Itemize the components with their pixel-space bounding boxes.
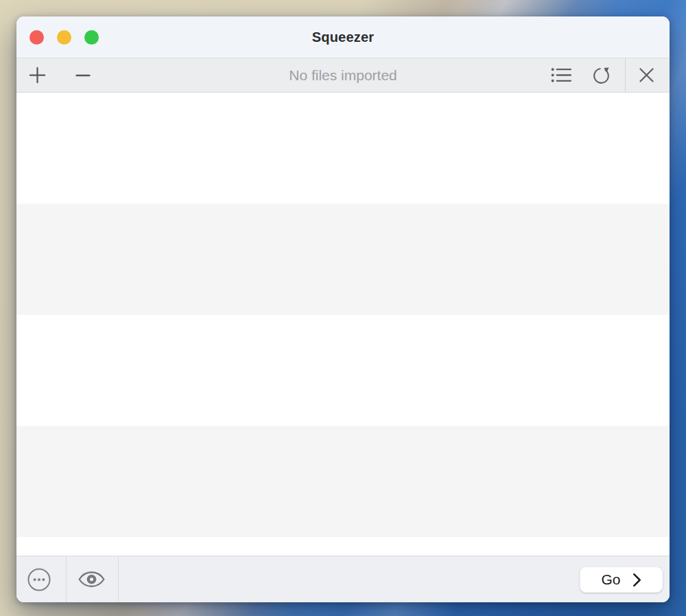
list-view-button[interactable] <box>546 58 576 92</box>
file-list-row-stripe <box>16 204 670 315</box>
file-list-row-stripe <box>16 93 670 204</box>
close-window-button[interactable] <box>29 30 44 45</box>
close-icon <box>637 66 656 84</box>
title-bar: Squeezer <box>16 16 670 58</box>
file-list <box>16 93 670 556</box>
plus-icon <box>28 66 47 84</box>
file-list-row-stripe <box>16 315 670 426</box>
window-title: Squeezer <box>312 29 375 45</box>
toolbar: No files imported <box>16 58 670 93</box>
go-button-label: Go <box>601 571 620 588</box>
ellipsis-circle-icon <box>27 567 51 592</box>
preview-button[interactable] <box>71 556 111 602</box>
minimize-window-button[interactable] <box>57 30 71 45</box>
options-button[interactable] <box>19 556 59 602</box>
toolbar-divider <box>625 58 626 92</box>
desktop-wallpaper: Squeezer No files imported <box>0 0 686 616</box>
refresh-icon <box>591 64 612 86</box>
file-list-row-stripe <box>16 426 670 537</box>
remove-files-button[interactable] <box>68 58 98 92</box>
add-files-button[interactable] <box>22 58 52 92</box>
list-icon <box>551 67 572 84</box>
refresh-button[interactable] <box>586 58 616 92</box>
bottom-bar-divider <box>118 556 119 602</box>
eye-icon <box>78 569 106 589</box>
file-list-row-stripe <box>16 537 670 556</box>
bottom-bar: Go <box>16 556 670 602</box>
traffic-lights <box>29 16 99 58</box>
chevron-right-icon <box>632 573 641 587</box>
clear-list-button[interactable] <box>631 58 661 92</box>
go-button[interactable]: Go <box>580 567 663 593</box>
squeezer-window: Squeezer No files imported <box>16 16 670 602</box>
zoom-window-button[interactable] <box>84 30 99 45</box>
bottom-bar-divider <box>66 556 67 602</box>
minus-icon <box>75 67 91 84</box>
